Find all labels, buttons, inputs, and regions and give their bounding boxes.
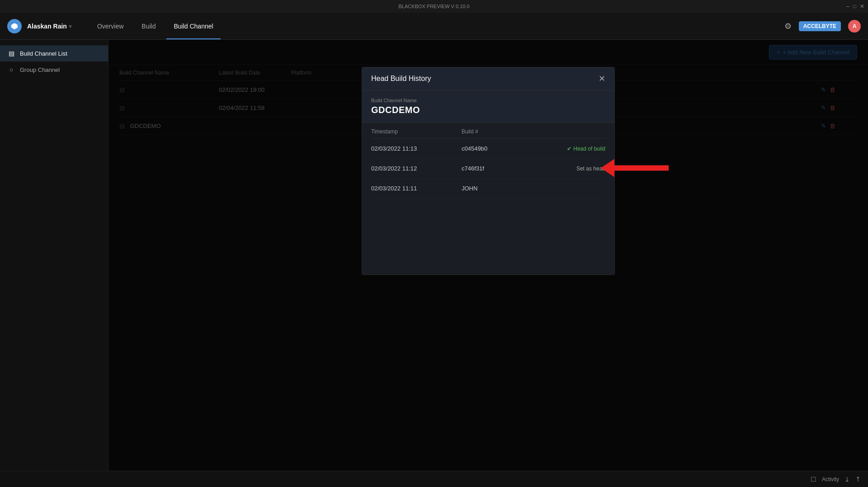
screen-icon[interactable]: ☐ xyxy=(811,476,816,483)
modal-col-header-action xyxy=(533,128,605,135)
nav-build-channel[interactable]: Build Channel xyxy=(166,13,220,39)
group-icon: ○ xyxy=(7,66,15,73)
modal-row-timestamp: 02/03/2022 11:12 xyxy=(371,165,462,172)
maximize-button[interactable]: □ xyxy=(853,3,856,9)
modal-row-action: Set as head xyxy=(533,165,605,172)
app-name: Alaskan Rain xyxy=(27,23,67,30)
nav-right: ⚙ ACCELBYTE A xyxy=(784,20,861,33)
modal-close-button[interactable]: ✕ xyxy=(599,75,605,83)
head-build-history-modal: Head Build History ✕ Build Channel Name … xyxy=(362,67,615,275)
sidebar-item-build-channel-list[interactable]: ▤ Build Channel List xyxy=(0,45,108,61)
modal-row-timestamp: 02/03/2022 11:11 xyxy=(371,185,462,192)
modal-row-build: c746f31f xyxy=(462,165,533,172)
content-area: + + Add New Build Channel Build Channel … xyxy=(108,40,868,471)
upload-icon[interactable]: ⤒ xyxy=(855,476,861,483)
sidebar: ▤ Build Channel List ○ Group Channel xyxy=(0,40,108,471)
settings-icon[interactable]: ⚙ xyxy=(784,21,792,31)
sidebar-item-label: Build Channel List xyxy=(20,50,67,57)
modal-table-header: Timestamp Build # xyxy=(371,123,605,139)
modal-table-row: 02/03/2022 11:11 JOHN xyxy=(371,179,605,199)
modal-body: Timestamp Build # 02/03/2022 11:13 c0454… xyxy=(362,123,614,199)
window-controls[interactable]: – □ ✕ xyxy=(846,3,864,9)
modal-header: Head Build History ✕ xyxy=(362,67,614,90)
modal-title: Head Build History xyxy=(371,75,431,83)
modal-col-header-build: Build # xyxy=(462,128,533,135)
modal-col-header-ts: Timestamp xyxy=(371,128,462,135)
channel-name-label: Build Channel Name xyxy=(371,98,605,103)
nav-build[interactable]: Build xyxy=(134,13,163,39)
modal-row-build: JOHN xyxy=(462,185,533,192)
svg-marker-0 xyxy=(11,23,18,29)
main-layout: ▤ Build Channel List ○ Group Channel + +… xyxy=(0,40,868,471)
user-badge: ACCELBYTE xyxy=(799,21,841,31)
annotation-arrow xyxy=(601,158,669,179)
modal-table-row: 02/03/2022 11:13 c04549b0 ✔ Head of buil… xyxy=(371,139,605,159)
modal-table-row: 02/03/2022 11:12 c746f31f Set as head xyxy=(371,159,605,179)
main-nav: Overview Build Build Channel xyxy=(90,13,221,39)
download-icon[interactable]: ⤓ xyxy=(844,476,850,483)
modal-channel-header: Build Channel Name GDCDEMO xyxy=(362,90,614,123)
modal-row-build: c04549b0 xyxy=(462,145,533,152)
top-nav: Alaskan Rain ▾ Overview Build Build Chan… xyxy=(0,13,868,40)
channel-name-value: GDCDEMO xyxy=(371,105,605,115)
head-of-build-badge: ✔ Head of build xyxy=(533,146,605,152)
avatar[interactable]: A xyxy=(848,20,861,33)
close-button[interactable]: ✕ xyxy=(860,3,864,9)
list-icon: ▤ xyxy=(7,50,15,57)
bottom-bar: ☐ Activity ⤓ ⤒ xyxy=(0,471,868,487)
app-logo xyxy=(7,19,22,33)
app-title: BLACKBOX PREVIEW V 0.10.0 xyxy=(398,4,469,9)
title-bar: BLACKBOX PREVIEW V 0.10.0 – □ ✕ xyxy=(0,0,868,13)
nav-overview[interactable]: Overview xyxy=(90,13,131,39)
svg-marker-1 xyxy=(601,159,669,177)
sidebar-item-group-channel[interactable]: ○ Group Channel xyxy=(0,61,108,78)
modal-row-timestamp: 02/03/2022 11:13 xyxy=(371,145,462,152)
modal-row-action: ✔ Head of build xyxy=(533,146,605,152)
sidebar-item-label: Group Channel xyxy=(20,66,60,73)
activity-label: Activity xyxy=(822,476,839,482)
app-name-chevron[interactable]: ▾ xyxy=(69,23,72,30)
checkmark-icon: ✔ xyxy=(567,146,571,152)
minimize-button[interactable]: – xyxy=(846,3,849,9)
modal-overlay: Head Build History ✕ Build Channel Name … xyxy=(108,40,868,471)
